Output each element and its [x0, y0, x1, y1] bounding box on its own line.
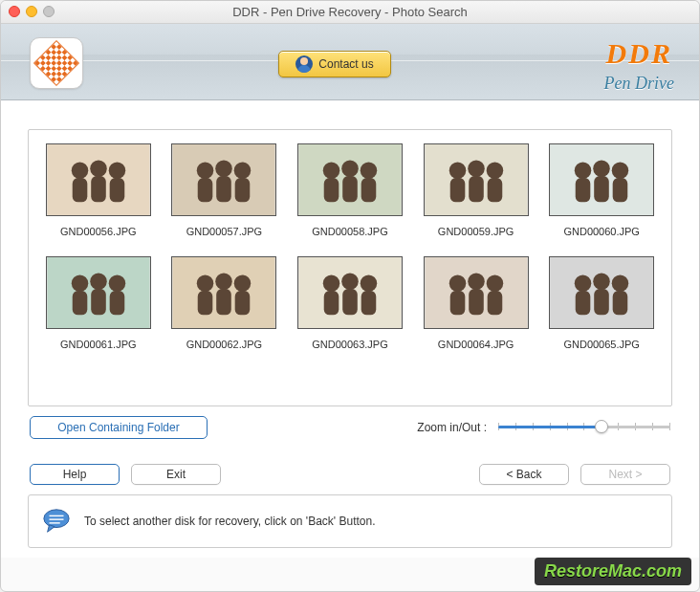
- svg-point-57: [448, 275, 466, 293]
- svg-rect-11: [217, 176, 232, 202]
- thumbnail-filename: GND00065.JPG: [563, 339, 639, 350]
- svg-point-64: [575, 275, 592, 293]
- svg-point-52: [341, 274, 359, 291]
- window-controls: [9, 6, 55, 17]
- svg-point-12: [234, 163, 252, 180]
- svg-point-24: [468, 161, 485, 178]
- thumbnail-frame: GND00056.JPG GND00057.JPG GND00058.JPG G…: [28, 129, 672, 406]
- thumbnail-filename: GND00060.JPG: [563, 226, 639, 237]
- watermark: RestoreMac.com: [535, 558, 691, 585]
- svg-rect-18: [342, 176, 358, 202]
- svg-point-45: [216, 274, 233, 291]
- thumbnail-item[interactable]: GND00064.JPG: [420, 256, 533, 363]
- thumbnail-item[interactable]: GND00058.JPG: [294, 143, 406, 251]
- thumbnail-filename: GND00062.JPG: [186, 339, 262, 350]
- app-window: DDR - Pen Drive Recovery - Photo Search …: [0, 0, 700, 592]
- open-folder-label: Open Containing Folder: [57, 421, 179, 434]
- thumbnail-image[interactable]: [171, 143, 276, 216]
- back-button[interactable]: < Back: [479, 464, 569, 485]
- thumbnail-image[interactable]: [549, 256, 654, 329]
- thumbnail-image[interactable]: [297, 143, 403, 216]
- chat-bubble-icon: [42, 507, 71, 536]
- thumbnail-item[interactable]: GND00060.JPG: [545, 143, 658, 251]
- svg-point-61: [486, 275, 503, 293]
- svg-rect-6: [109, 178, 124, 202]
- content-area: GND00056.JPG GND00057.JPG GND00058.JPG G…: [1, 100, 699, 558]
- hint-box: To select another disk for recovery, cli…: [28, 494, 672, 548]
- svg-rect-9: [198, 178, 213, 202]
- titlebar: DDR - Pen Drive Recovery - Photo Search: [1, 1, 699, 24]
- svg-point-8: [197, 163, 214, 180]
- thumbnail-image[interactable]: [46, 256, 151, 329]
- checker-icon: [33, 40, 79, 86]
- svg-rect-30: [576, 178, 591, 202]
- svg-rect-2: [73, 178, 88, 202]
- svg-rect-67: [594, 289, 609, 315]
- contact-us-button[interactable]: Contact us: [278, 51, 391, 77]
- thumbnail-image[interactable]: [424, 143, 529, 216]
- thumbnail-item[interactable]: GND00063.JPG: [294, 256, 406, 363]
- thumbnail-image[interactable]: [424, 256, 529, 329]
- svg-rect-25: [469, 176, 484, 202]
- svg-rect-51: [324, 291, 339, 315]
- person-icon: [295, 55, 313, 73]
- svg-rect-65: [576, 291, 591, 315]
- help-label: Help: [63, 468, 87, 481]
- slider-fill: [498, 426, 602, 428]
- thumbnail-filename: GND00059.JPG: [438, 226, 514, 237]
- thumbnail-item[interactable]: GND00065.JPG: [545, 256, 658, 363]
- open-containing-folder-button[interactable]: Open Containing Folder: [30, 416, 208, 439]
- maximize-icon[interactable]: [43, 6, 55, 17]
- thumbnail-item[interactable]: GND00057.JPG: [168, 143, 281, 251]
- svg-point-43: [197, 275, 214, 293]
- svg-point-19: [361, 163, 378, 180]
- svg-point-50: [323, 275, 340, 293]
- thumbnail-image[interactable]: [171, 256, 276, 329]
- svg-rect-53: [342, 289, 358, 315]
- thumbnail-image[interactable]: [46, 143, 151, 216]
- svg-rect-37: [73, 291, 88, 315]
- svg-point-26: [486, 163, 503, 180]
- svg-rect-27: [487, 178, 502, 202]
- svg-point-70: [44, 510, 69, 528]
- svg-point-29: [575, 163, 592, 180]
- zoom-slider[interactable]: [498, 420, 670, 435]
- help-button[interactable]: Help: [30, 464, 120, 485]
- close-icon[interactable]: [9, 6, 20, 17]
- contact-us-label: Contact us: [318, 57, 373, 71]
- exit-label: Exit: [166, 468, 186, 481]
- thumbnail-image[interactable]: [297, 256, 403, 329]
- thumbnail-grid: GND00056.JPG GND00057.JPG GND00058.JPG G…: [42, 143, 658, 363]
- brand-subtitle: Pen Drive: [604, 74, 674, 94]
- svg-point-3: [90, 161, 107, 178]
- thumbnail-item[interactable]: GND00056.JPG: [42, 143, 155, 251]
- minimize-icon[interactable]: [26, 6, 37, 17]
- svg-rect-44: [198, 291, 213, 315]
- svg-point-15: [323, 163, 340, 180]
- window-title: DDR - Pen Drive Recovery - Photo Search: [232, 5, 468, 19]
- svg-rect-55: [361, 291, 377, 315]
- svg-point-47: [234, 275, 252, 293]
- svg-point-10: [216, 161, 233, 178]
- svg-rect-48: [235, 291, 251, 315]
- zoom-row: Open Containing Folder Zoom in/Out :: [28, 416, 672, 439]
- svg-rect-41: [109, 291, 124, 315]
- svg-rect-46: [217, 289, 232, 315]
- thumbnail-item[interactable]: GND00061.JPG: [42, 256, 155, 363]
- exit-button[interactable]: Exit: [131, 464, 221, 485]
- svg-rect-34: [613, 178, 628, 202]
- svg-rect-39: [91, 289, 106, 315]
- thumbnail-item[interactable]: GND00062.JPG: [168, 256, 281, 363]
- svg-point-22: [448, 163, 466, 180]
- slider-thumb-icon[interactable]: [595, 420, 608, 433]
- svg-rect-4: [91, 176, 106, 202]
- thumbnail-item[interactable]: GND00059.JPG: [420, 143, 533, 251]
- app-logo: [30, 37, 83, 89]
- svg-point-36: [72, 275, 89, 293]
- svg-point-33: [612, 163, 629, 180]
- thumbnail-filename: GND00063.JPG: [312, 339, 387, 350]
- svg-rect-20: [361, 178, 377, 202]
- thumbnail-image[interactable]: [549, 143, 654, 216]
- back-label: < Back: [506, 468, 541, 481]
- svg-point-1: [72, 163, 89, 180]
